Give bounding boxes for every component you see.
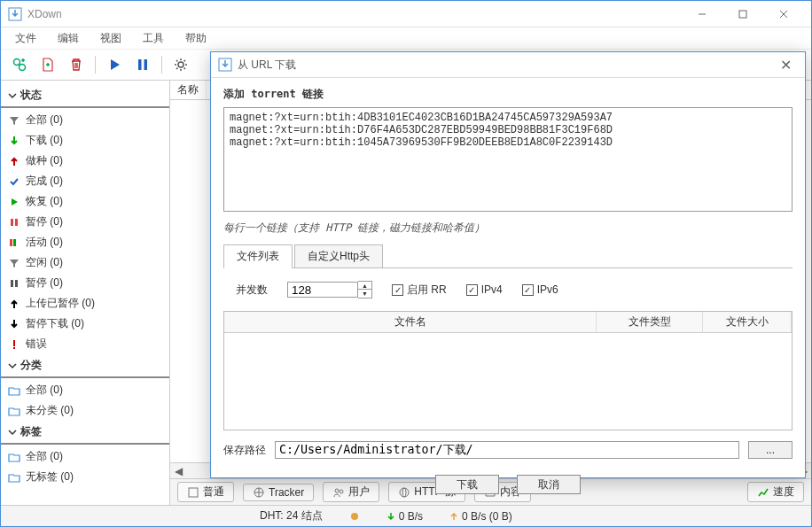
- sidebar-item-label: 全部 (0): [26, 449, 162, 464]
- col-filesize[interactable]: 文件大小: [703, 312, 792, 332]
- sidebar-item-status-9[interactable]: 上传已暂停 (0): [1, 293, 169, 314]
- dialog-buttons: 下载 取消: [223, 469, 792, 500]
- up-icon: [8, 155, 20, 167]
- col-filetype[interactable]: 文件类型: [597, 312, 703, 332]
- file-table: 文件名 文件类型 文件大小: [223, 311, 792, 430]
- app-icon: [218, 58, 232, 72]
- sidebar-item-category-1[interactable]: 未分类 (0): [1, 400, 169, 421]
- spin-down-icon[interactable]: ▼: [358, 290, 371, 298]
- minimize-button[interactable]: [682, 1, 722, 27]
- section-title: 分类: [20, 358, 42, 373]
- dot-icon: [8, 236, 20, 249]
- section-title: 状态: [20, 88, 42, 103]
- settings-button[interactable]: [169, 53, 192, 76]
- sidebar-item-status-0[interactable]: 全部 (0): [1, 110, 169, 130]
- titlebar: XDown: [1, 1, 811, 27]
- dialog-close-button[interactable]: ✕: [773, 52, 798, 77]
- toolbar-sep: [95, 56, 96, 74]
- menu-view[interactable]: 视图: [91, 29, 130, 48]
- dialog-title: 从 URL 下载: [238, 58, 773, 73]
- path-row: 保存路径 ...: [223, 436, 792, 464]
- checkbox-ipv6[interactable]: ✓IPv6: [522, 283, 558, 296]
- col-filename[interactable]: 文件名: [224, 312, 597, 332]
- pause-icon: [8, 277, 20, 290]
- sidebar-item-label: 未分类 (0): [26, 403, 162, 418]
- filter-icon: [8, 257, 20, 269]
- browse-button[interactable]: ...: [748, 441, 792, 459]
- path-input[interactable]: [275, 441, 739, 459]
- sidebar-item-status-5[interactable]: 暂停 (0): [1, 212, 169, 232]
- sidebar-item-label: 空闲 (0): [26, 255, 162, 270]
- dialog-titlebar: 从 URL 下载 ✕: [211, 52, 805, 78]
- menu-help[interactable]: 帮助: [176, 29, 215, 48]
- close-button[interactable]: [763, 1, 804, 27]
- sidebar-item-status-6[interactable]: 活动 (0): [1, 232, 169, 252]
- dialog-hint: 每行一个链接（支持 HTTP 链接，磁力链接和哈希值）: [223, 217, 792, 239]
- svg-rect-2: [739, 11, 746, 18]
- section-header-status[interactable]: 状态: [1, 84, 169, 108]
- statusbar: DHT: 24 结点 0 B/s 0 B/s (0 B): [1, 505, 811, 526]
- sidebar-item-category-0[interactable]: 全部 (0): [1, 380, 169, 400]
- checkbox-icon: ✓: [522, 284, 534, 296]
- sidebar-item-label: 暂停下载 (0): [26, 316, 162, 331]
- sidebar-item-status-1[interactable]: 下载 (0): [1, 130, 169, 151]
- start-button[interactable]: [103, 53, 126, 76]
- up-icon: [8, 298, 20, 310]
- checkbox-icon: ✓: [466, 284, 478, 296]
- concurrency-spinner[interactable]: ▲▼: [287, 281, 372, 298]
- svg-rect-13: [13, 239, 16, 246]
- sidebar-item-status-7[interactable]: 空闲 (0): [1, 252, 169, 273]
- tab-filelist[interactable]: 文件列表: [223, 244, 293, 268]
- svg-rect-16: [13, 340, 15, 346]
- sidebar-item-status-11[interactable]: 错误: [1, 334, 169, 354]
- delete-button[interactable]: [65, 53, 88, 76]
- folder-icon: [8, 451, 20, 463]
- status-up: 0 B/s (0 B): [449, 510, 512, 523]
- sidebar-item-status-10[interactable]: 暂停下载 (0): [1, 314, 169, 334]
- scroll-left-icon[interactable]: ◀: [170, 463, 186, 479]
- concurrency-input[interactable]: [287, 282, 358, 298]
- section-title: 标签: [20, 424, 42, 439]
- play-icon: [8, 196, 20, 208]
- checkbox-rr[interactable]: ✓启用 RR: [392, 283, 447, 298]
- spin-up-icon[interactable]: ▲: [358, 282, 371, 290]
- sidebar-item-status-2[interactable]: 做种 (0): [1, 151, 169, 171]
- add-url-button[interactable]: [8, 53, 31, 76]
- sidebar-item-label: 活动 (0): [26, 235, 162, 250]
- menu-file[interactable]: 文件: [6, 29, 45, 48]
- menu-tools[interactable]: 工具: [134, 29, 173, 48]
- checkbox-label: IPv4: [481, 283, 503, 296]
- checkbox-label: IPv6: [537, 283, 558, 296]
- section-header-tags[interactable]: 标签: [1, 421, 169, 445]
- download-button[interactable]: 下载: [435, 475, 499, 494]
- section-header-category[interactable]: 分类: [1, 354, 169, 378]
- spinner-buttons[interactable]: ▲▼: [358, 281, 372, 298]
- sidebar: 状态 全部 (0)下载 (0)做种 (0)完成 (0)恢复 (0)暂停 (0)活…: [1, 81, 170, 505]
- window-title: XDown: [27, 8, 682, 20]
- sidebar-item-status-4[interactable]: 恢复 (0): [1, 191, 169, 212]
- cancel-button[interactable]: 取消: [517, 475, 581, 494]
- checkbox-ipv4[interactable]: ✓IPv4: [466, 283, 503, 296]
- tab-httpheaders[interactable]: 自定义Http头: [294, 244, 383, 268]
- sidebar-item-status-8[interactable]: 暂停 (0): [1, 273, 169, 293]
- sidebar-item-status-3[interactable]: 完成 (0): [1, 171, 169, 191]
- sidebar-item-label: 无标签 (0): [26, 469, 162, 484]
- svg-rect-15: [15, 280, 18, 287]
- torrent-links-textarea[interactable]: magnet:?xt=urn:btih:4DB3101EC4023CB16D1B…: [223, 107, 792, 212]
- menu-edit[interactable]: 编辑: [49, 29, 88, 48]
- svg-rect-10: [11, 219, 13, 226]
- checkbox-icon: ✓: [392, 284, 403, 296]
- add-file-button[interactable]: [36, 53, 59, 76]
- col-name[interactable]: 名称: [170, 81, 207, 99]
- folder-icon: [8, 384, 20, 397]
- concurrency-label: 并发数: [236, 283, 268, 298]
- maximize-button[interactable]: [722, 1, 763, 27]
- dialog-body: 添加 torrent 链接 magnet:?xt=urn:btih:4DB310…: [211, 78, 805, 507]
- pause-button[interactable]: [131, 53, 154, 76]
- svg-line-5: [19, 64, 20, 66]
- sidebar-item-tags-0[interactable]: 全部 (0): [1, 446, 169, 467]
- sidebar-item-tags-1[interactable]: 无标签 (0): [1, 467, 169, 487]
- dialog-heading: 添加 torrent 链接: [223, 87, 792, 102]
- sidebar-item-label: 下载 (0): [26, 133, 162, 148]
- svg-rect-7: [144, 59, 148, 70]
